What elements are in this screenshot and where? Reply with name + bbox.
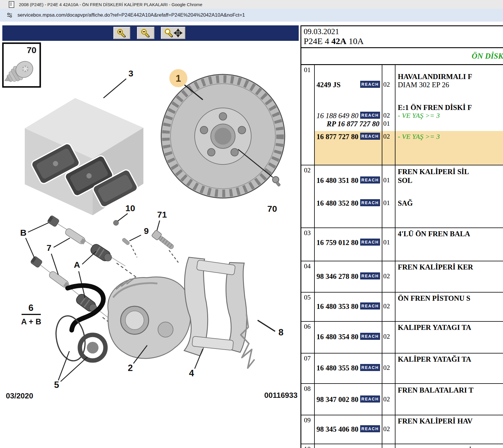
table-row: 01HAVALANDIRMALI F4249 JSREACH02DIAM 302… — [301, 65, 503, 165]
callout-A-plus-B[interactable]: A + B — [21, 317, 41, 326]
reach-badge[interactable]: REACH — [360, 333, 380, 340]
reach-badge[interactable]: REACH — [360, 176, 380, 183]
quantity: 01 — [383, 199, 390, 207]
document-date: 09.03.2021 — [304, 27, 503, 36]
part-description: - VE YAŞ >= 3 — [398, 133, 440, 141]
callout-2[interactable]: 2 — [128, 363, 133, 373]
table-row: 06KALIPER YATAGI TA16 480 354 80REACH02 — [301, 322, 503, 354]
part-description: SOL — [398, 176, 412, 185]
table-row: 10FREN HAVA ALMA Vİ — [301, 444, 503, 448]
reach-badge[interactable]: REACH — [360, 81, 380, 88]
part-number: 16 480 351 80 — [316, 176, 358, 185]
part-description: ÖN FREN PİSTONU S — [398, 294, 470, 302]
table-line: 16 480 352 80REACH01SAĞ — [301, 199, 503, 208]
pan-zoom-icon — [163, 29, 183, 37]
table-line: FREN KALİPERİ HAV — [301, 417, 503, 426]
part-number: RP 16 877 727 80 — [327, 120, 379, 128]
callout-71[interactable]: 71 — [157, 210, 167, 219]
reach-badge[interactable]: REACH — [360, 396, 380, 402]
part-description: FREN KALİPERİ KER — [398, 263, 473, 271]
part-number: 16 480 354 80 — [316, 333, 358, 341]
table-line: HAVALANDIRMALI F — [301, 73, 503, 81]
table-line: RP 16 877 727 8001 — [301, 120, 503, 129]
table-line: 16 480 351 80REACH01SOL — [301, 176, 503, 185]
part-number: 16 480 355 80 — [316, 364, 358, 372]
callout-8[interactable]: 8 — [278, 327, 283, 337]
quantity: 02 — [383, 364, 390, 372]
ref-prefix: P24E 4 — [304, 36, 331, 46]
table-line: 16 877 727 80REACH02- VE YAŞ >= 3 — [301, 133, 503, 141]
viewer-toolbar — [2, 25, 299, 41]
table-line: FREN BALATALARI T — [301, 386, 503, 395]
reach-badge[interactable]: REACH — [360, 199, 380, 206]
callout-5[interactable]: 5 — [54, 380, 59, 390]
zoom-in-button[interactable] — [113, 27, 130, 39]
table-line: E:1 ÖN FREN DİSKİ F — [301, 104, 503, 112]
callout-1[interactable]: 1 — [176, 73, 181, 84]
ref-suffix: 10A — [347, 36, 364, 46]
reach-badge[interactable]: REACH — [360, 425, 380, 432]
quantity: 02 — [383, 425, 390, 433]
callout-B[interactable]: B — [20, 228, 27, 237]
quantity: 01 — [383, 120, 390, 127]
diagram-date-code: 03/2020 — [6, 391, 33, 400]
part-description: SAĞ — [398, 199, 413, 207]
zoom-out-icon — [139, 29, 152, 37]
table-row: 08FREN BALATALARI T98 347 002 80REACH02 — [301, 384, 503, 415]
part-number: 16 480 353 80 — [316, 302, 358, 311]
quantity: 02 — [383, 333, 390, 340]
quantity: 02 — [383, 302, 390, 310]
part-description: HAVALANDIRMALI F — [398, 73, 472, 81]
parts-table: 09.03.2021 P24E 4 42A 10A ÖN DİSK Ç 01HA… — [300, 25, 503, 448]
wheel-screw — [272, 176, 281, 187]
reach-badge[interactable]: REACH — [360, 133, 380, 140]
table-line: ÖN FREN PİSTONU S — [301, 294, 503, 303]
document-reference: P24E 4 42A 10A — [304, 36, 503, 46]
quantity: 02 — [383, 272, 390, 280]
callout-70-inset[interactable]: 70 — [27, 45, 36, 55]
callout-3[interactable]: 3 — [129, 69, 133, 78]
zoom-out-button[interactable] — [137, 27, 154, 39]
site-settings-icon[interactable] — [6, 12, 13, 18]
quantity: 01 — [383, 239, 390, 246]
callout-6[interactable]: 6 — [28, 303, 33, 313]
part-description: FREN BALATALARI T — [398, 386, 474, 394]
table-row: 05ÖN FREN PİSTONU S16 480 353 80REACH02 — [301, 293, 503, 322]
callout-70-screw[interactable]: 70 — [267, 204, 277, 214]
table-line: 16 759 012 80REACH01 — [301, 239, 503, 247]
brake-pads-box — [25, 98, 143, 215]
url-text[interactable]: servicebox.mpsa.com/docapvpr/affiche.do?… — [17, 12, 245, 18]
reach-badge[interactable]: REACH — [360, 272, 380, 279]
callout-A[interactable]: A — [74, 260, 80, 270]
part-description: 4'LÜ ÖN FREN BALA — [398, 230, 470, 238]
callout-7[interactable]: 7 — [47, 243, 52, 253]
part-number: 4249 JS — [316, 81, 341, 89]
part-description: FREN KALİPERİ HAV — [398, 417, 473, 425]
table-line: 16 480 353 80REACH02 — [301, 302, 503, 311]
table-row: 034'LÜ ÖN FREN BALA16 759 012 80REACH01 — [301, 228, 503, 261]
part-description: KALİPER YATAĞI TA — [398, 355, 471, 363]
part-number: 16 480 352 80 — [316, 199, 358, 207]
table-line: 16 188 649 80REACH02- VE YAŞ >= 3 — [301, 112, 503, 120]
reach-badge[interactable]: REACH — [360, 364, 380, 371]
table-line: FREN KALİPERİ SİL — [301, 168, 503, 176]
reach-badge[interactable]: REACH — [360, 112, 380, 119]
reach-badge[interactable]: REACH — [360, 239, 380, 246]
table-line: 16 480 354 80REACH02 — [301, 333, 503, 342]
callout-9[interactable]: 9 — [144, 226, 149, 236]
kit-6-label: 6 A + B — [21, 303, 41, 326]
callout-4[interactable]: 4 — [189, 368, 194, 378]
callout-10[interactable]: 10 — [125, 203, 135, 213]
pan-zoom-button[interactable] — [161, 27, 185, 39]
table-line: FREN KALİPERİ KER — [301, 263, 503, 272]
table-line: 4'LÜ ÖN FREN BALA — [301, 230, 503, 239]
table-line: 98 346 278 80REACH02 — [301, 272, 503, 281]
part-number: 16 188 649 80 — [316, 112, 358, 120]
caliper-bolt — [151, 230, 175, 251]
part-description: FREN KALİPERİ SİL — [398, 168, 469, 176]
reach-badge[interactable]: REACH — [360, 302, 380, 309]
url-bar[interactable]: servicebox.mpsa.com/docapvpr/affiche.do?… — [0, 9, 503, 22]
part-number: 16 877 727 80 — [316, 133, 358, 141]
part-number: 98 347 002 80 — [316, 396, 358, 404]
table-line: 98 345 406 80REACH02 — [301, 425, 503, 434]
